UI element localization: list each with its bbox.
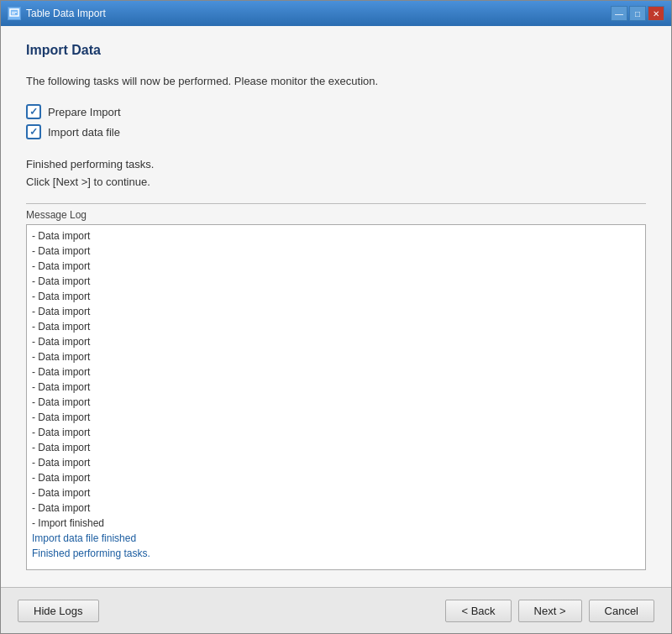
log-line: - Data import (32, 349, 640, 364)
status-line2: Click [Next >] to continue. (26, 176, 150, 188)
footer-right: < Back Next > Cancel (445, 600, 654, 622)
main-window: Table Data Import — □ ✕ Import Data The … (0, 0, 672, 634)
status-text: Finished performing tasks. Click [Next >… (26, 156, 646, 191)
log-line: Import data file finished (32, 531, 640, 546)
task-label-import: Import data file (48, 126, 120, 139)
log-line: - Data import (32, 289, 640, 304)
cancel-button[interactable]: Cancel (589, 600, 654, 622)
title-controls: — □ ✕ (611, 6, 664, 21)
log-line: - Data import (32, 425, 640, 440)
log-line: - Data import (32, 244, 640, 259)
svg-rect-1 (12, 12, 17, 13)
maximize-button[interactable]: □ (629, 6, 646, 21)
content-area: Import Data The following tasks will now… (1, 26, 671, 587)
page-title: Import Data (26, 43, 646, 58)
log-line: - Data import (32, 455, 640, 470)
checkmark-prepare: ✓ (29, 106, 38, 118)
minimize-button[interactable]: — (611, 6, 627, 21)
back-button[interactable]: < Back (445, 600, 511, 622)
task-item-import: ✓ Import data file (26, 124, 646, 139)
checkmark-import: ✓ (29, 126, 38, 138)
description-text: The following tasks will now be performe… (26, 75, 646, 87)
log-line: - Data import (32, 410, 640, 425)
log-line: Finished performing tasks. (32, 546, 640, 561)
log-line: - Data import (32, 228, 640, 244)
footer-left: Hide Logs (18, 600, 99, 622)
title-bar: Table Data Import — □ ✕ (1, 1, 671, 26)
footer: Hide Logs < Back Next > Cancel (1, 587, 671, 633)
log-line: - Data import (32, 319, 640, 334)
task-item-prepare: ✓ Prepare Import (26, 104, 646, 119)
check-icon-prepare: ✓ (26, 104, 41, 119)
title-bar-left: Table Data Import (8, 7, 106, 20)
log-line: - Data import (32, 364, 640, 380)
next-button[interactable]: Next > (518, 600, 582, 622)
log-line: - Data import (32, 440, 640, 455)
log-line: - Data import (32, 500, 640, 516)
log-line: - Data import (32, 395, 640, 410)
close-button[interactable]: ✕ (648, 6, 664, 21)
window-icon (8, 7, 21, 20)
check-icon-import: ✓ (26, 124, 41, 139)
tasks-list: ✓ Prepare Import ✓ Import data file (26, 104, 646, 139)
message-log-box[interactable]: - Data import- Data import- Data import-… (26, 224, 646, 570)
log-line: - Data import (32, 470, 640, 485)
log-line: - Import finished (32, 516, 640, 531)
log-line: - Data import (32, 380, 640, 395)
hide-logs-button[interactable]: Hide Logs (18, 600, 99, 622)
message-log-section: Message Log - Data import- Data import- … (26, 203, 646, 570)
log-line: - Data import (32, 334, 640, 349)
status-line1: Finished performing tasks. (26, 158, 154, 170)
task-label-prepare: Prepare Import (48, 106, 121, 118)
message-log-label: Message Log (26, 203, 646, 221)
log-line: - Data import (32, 259, 640, 274)
log-line: - Data import (32, 274, 640, 289)
svg-rect-2 (12, 13, 15, 14)
log-line: - Data import (32, 304, 640, 319)
log-line: - Data import (32, 485, 640, 500)
window-title: Table Data Import (26, 8, 106, 19)
